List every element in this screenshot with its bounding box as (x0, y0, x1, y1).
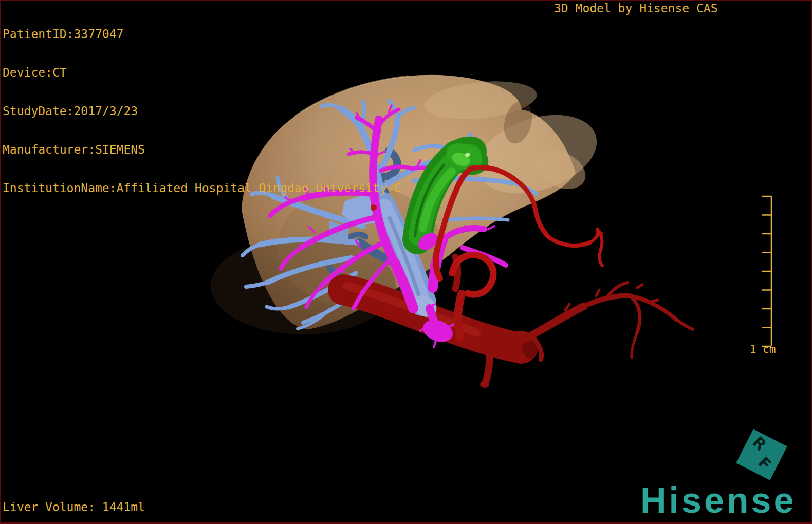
scale-bar-label: 1 cm (741, 343, 784, 355)
patient-info-overlay: PatientID:3377047 Device:CT StudyDate:20… (3, 2, 401, 208)
rf-letter-f: F (755, 454, 775, 474)
viewer-window: { "header": { "patient_info": [ "Patient… (0, 0, 812, 524)
scale-bar-ticks (762, 196, 771, 346)
liver-volume-text: Liver Volume: 1441ml (3, 501, 145, 514)
device-text: Device:CT (3, 66, 401, 79)
scale-bar (746, 192, 774, 349)
model-credit-text: 3D Model by Hisense CAS (554, 2, 718, 15)
rf-letter-r: R (749, 433, 770, 454)
patient-id-text: PatientID:3377047 (3, 28, 401, 41)
institution-text: InstitutionName:Affiliated Hospital Qing… (3, 182, 401, 195)
manufacturer-text: Manufacturer:SIEMENS (3, 143, 401, 156)
hisense-logo: Hisense (640, 480, 796, 521)
study-date-text: StudyDate:2017/3/23 (3, 105, 401, 118)
